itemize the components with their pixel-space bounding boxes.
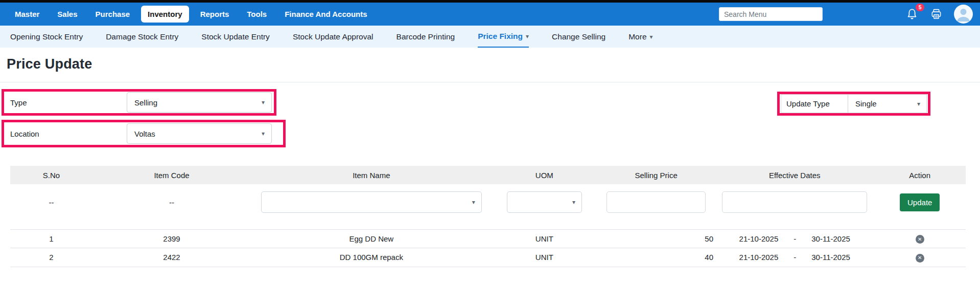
row-effective-dates: 21-10-2025 - 30-11-2025 [715, 248, 874, 267]
subnav-item-stock-update-approval[interactable]: Stock Update Approval [293, 26, 374, 48]
col-effective-dates: Effective Dates [715, 166, 874, 184]
subnav-item-opening-stock-entry[interactable]: Opening Stock Entry [10, 26, 83, 48]
row-uom: UNIT [492, 248, 597, 267]
location-select[interactable]: Voltas ▾ [127, 123, 272, 144]
row-selling-price: 40 [597, 248, 715, 267]
chevron-down-icon: ▾ [262, 131, 265, 137]
row-item-code: 2422 [92, 248, 251, 267]
price-table: S.No Item Code Item Name UOM Selling Pri… [10, 166, 966, 267]
navbar-items: Master Sales Purchase Inventory Reports … [8, 6, 374, 23]
table-row: 2 2422 DD 100GM repack UNIT 40 21-10-202… [10, 248, 966, 267]
person-icon [954, 5, 973, 24]
update-type-value: Single [855, 99, 877, 108]
chevron-down-icon: ▾ [572, 199, 575, 205]
main-navbar: Master Sales Purchase Inventory Reports … [0, 3, 980, 26]
chevron-down-icon: ▾ [262, 99, 265, 105]
row-action: ✕ [874, 248, 966, 267]
chevron-down-icon: ▾ [526, 33, 529, 39]
effective-from-date: 21-10-2025 [739, 253, 779, 262]
nav-item-master[interactable]: Master [8, 6, 46, 23]
navbar-right: 5 [719, 5, 973, 24]
row-uom: UNIT [492, 229, 597, 248]
inventory-subnav: Opening Stock Entry Damage Stock Entry S… [0, 26, 980, 48]
nav-item-inventory[interactable]: Inventory [141, 6, 189, 23]
col-uom: UOM [492, 166, 597, 184]
remove-icon[interactable]: ✕ [916, 235, 924, 244]
chevron-down-icon: ▾ [472, 199, 475, 205]
entry-item-code: -- [92, 184, 251, 221]
spacer-row [10, 221, 966, 229]
location-field-annotation: Location Voltas ▾ [2, 120, 286, 147]
subnav-item-barcode-printing[interactable]: Barcode Printing [396, 26, 455, 48]
chevron-down-icon: ▾ [917, 101, 920, 107]
update-type-select[interactable]: Single ▾ [848, 99, 926, 108]
selling-price-input[interactable] [606, 191, 705, 213]
effective-dates-input[interactable] [722, 191, 867, 213]
notifications-button[interactable]: 5 [905, 8, 919, 21]
location-label: Location [4, 129, 127, 138]
update-button[interactable]: Update [900, 193, 940, 211]
location-select-value: Voltas [134, 129, 155, 138]
update-type-group: Update Type Single ▾ [781, 94, 927, 113]
entry-row: -- -- ▾ ▾ Update [10, 184, 966, 221]
subnav-item-price-fixing[interactable]: Price Fixing ▾ [478, 26, 529, 48]
notification-badge: 5 [916, 4, 924, 12]
page-header: Price Update [0, 48, 980, 72]
page-title: Price Update [7, 56, 980, 72]
item-name-select[interactable]: ▾ [261, 191, 482, 213]
row-item-code: 2399 [92, 229, 251, 248]
row-sno: 1 [10, 229, 92, 248]
subnav-item-change-selling[interactable]: Change Selling [552, 26, 605, 48]
type-label: Type [4, 98, 127, 107]
nav-item-tools[interactable]: Tools [240, 6, 273, 23]
remove-icon[interactable]: ✕ [916, 254, 924, 263]
nav-item-reports[interactable]: Reports [194, 6, 236, 23]
nav-item-purchase[interactable]: Purchase [89, 6, 137, 23]
subnav-item-damage-stock-entry[interactable]: Damage Stock Entry [106, 26, 178, 48]
row-effective-dates: 21-10-2025 - 30-11-2025 [715, 229, 874, 248]
row-sno: 2 [10, 248, 92, 267]
effective-to-date: 30-11-2025 [811, 234, 850, 243]
row-item-name: Egg DD New [251, 229, 492, 248]
col-sno: S.No [10, 166, 92, 184]
col-item-name: Item Name [251, 166, 492, 184]
effective-from-date: 21-10-2025 [739, 234, 779, 243]
row-item-name: DD 100GM repack [251, 248, 492, 267]
entry-sno: -- [10, 184, 92, 221]
subnav-item-more[interactable]: More ▾ [628, 26, 652, 48]
col-item-code: Item Code [92, 166, 251, 184]
effective-to-date: 30-11-2025 [811, 253, 850, 262]
col-action: Action [874, 166, 966, 184]
subnav-item-stock-update-entry[interactable]: Stock Update Entry [201, 26, 270, 48]
col-selling-price: Selling Price [597, 166, 715, 184]
date-separator: - [794, 253, 796, 262]
chevron-down-icon: ▾ [650, 34, 653, 40]
user-avatar[interactable] [954, 5, 973, 24]
update-type-label: Update Type [781, 95, 848, 113]
row-selling-price: 50 [597, 229, 715, 248]
row-action: ✕ [874, 229, 966, 248]
price-table-container: S.No Item Code Item Name UOM Selling Pri… [10, 166, 966, 267]
nav-item-finance-and-accounts[interactable]: Finance And Accounts [278, 6, 374, 23]
date-separator: - [794, 234, 796, 243]
search-input[interactable] [719, 7, 823, 21]
uom-select[interactable]: ▾ [507, 191, 582, 213]
type-select[interactable]: Selling ▾ [127, 92, 272, 113]
table-row: 1 2399 Egg DD New UNIT 50 21-10-2025 - 3… [10, 229, 966, 248]
table-header-row: S.No Item Code Item Name UOM Selling Pri… [10, 166, 966, 184]
printer-icon [930, 8, 943, 20]
print-button[interactable] [930, 8, 943, 20]
type-select-value: Selling [134, 98, 157, 107]
nav-item-sales[interactable]: Sales [51, 6, 84, 23]
type-field-annotation: Type Selling ▾ [2, 89, 276, 116]
update-type-annotation: Update Type Single ▾ [777, 92, 930, 116]
filter-form: Type Selling ▾ Update Type Single ▾ Loca… [0, 82, 980, 157]
